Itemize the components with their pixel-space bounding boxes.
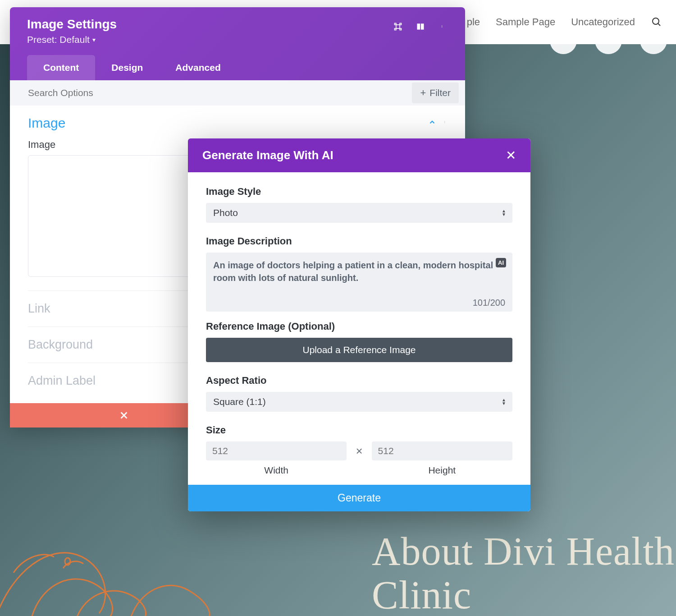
panel-header: Image Settings Preset: Default ▾ Conte [10,7,465,80]
panel-title: Image Settings [27,17,117,32]
size-label: Size [206,424,512,436]
expand-icon[interactable] [393,22,403,32]
image-style-select[interactable]: Photo ▲▼ [206,203,512,223]
svg-point-10 [442,25,442,26]
aspect-ratio-label: Aspect Ratio [206,375,512,386]
tab-advanced[interactable]: Advanced [159,55,237,80]
svg-rect-6 [395,28,396,30]
char-counter: 101/200 [213,298,505,308]
nav-link[interactable]: ple [467,16,480,28]
search-row: + Filter [10,80,465,106]
image-style-label: Image Style [206,186,512,198]
aspect-ratio-select[interactable]: Square (1:1) ▲▼ [206,392,512,412]
svg-rect-8 [417,23,420,29]
nav-link[interactable]: Sample Page [496,16,555,28]
svg-rect-7 [400,28,401,30]
ai-badge[interactable]: AI [496,258,506,267]
svg-point-14 [444,122,445,122]
svg-rect-3 [396,25,400,28]
select-arrows-icon: ▲▼ [502,398,506,405]
search-icon[interactable] [651,16,662,28]
tab-content[interactable]: Content [27,55,95,80]
width-input[interactable] [206,441,347,460]
nav-link[interactable]: Uncategorized [571,16,635,28]
ai-modal: Generate Image With AI ✕ Image Style Pho… [188,138,530,511]
svg-line-1 [658,23,660,26]
height-input[interactable] [372,441,512,460]
svg-point-13 [444,121,445,121]
more-icon[interactable] [438,22,448,32]
columns-icon[interactable] [416,22,425,32]
select-arrows-icon: ▲▼ [502,209,506,216]
svg-rect-5 [400,23,401,25]
collapse-icon[interactable] [428,118,436,128]
plus-icon: + [420,87,426,99]
ai-modal-title: Generate Image With AI [202,148,333,162]
tab-design[interactable]: Design [95,55,159,80]
generate-button[interactable]: Generate [188,485,530,511]
svg-rect-9 [421,23,424,29]
filter-button[interactable]: + Filter [412,83,459,103]
chevron-down-icon: ▾ [92,36,96,43]
panel-tabs: Content Design Advanced [27,55,448,80]
ai-modal-header: Generate Image With AI ✕ [188,138,530,172]
description-textarea[interactable] [213,259,505,293]
reference-image-label: Reference Image (Optional) [206,321,512,332]
image-description-label: Image Description [206,235,512,247]
section-title-image[interactable]: Image [28,115,65,131]
section-more-icon[interactable] [444,118,447,129]
size-x-icon: × [356,441,362,458]
height-sublabel: Height [372,465,512,476]
svg-point-11 [442,26,442,27]
svg-point-0 [653,18,659,24]
svg-point-15 [444,123,445,123]
close-icon[interactable]: ✕ [506,149,516,162]
svg-point-12 [442,27,442,28]
description-textarea-wrap: AI 101/200 [206,253,512,312]
width-sublabel: Width [206,465,347,476]
hero-title: About Divi Health Clinic [372,530,676,616]
upload-reference-button[interactable]: Upload a Reference Image [206,338,512,362]
search-input[interactable] [28,87,208,98]
preset-dropdown[interactable]: Preset: Default ▾ [27,34,117,45]
background-circles [550,27,667,54]
svg-rect-4 [395,23,396,25]
